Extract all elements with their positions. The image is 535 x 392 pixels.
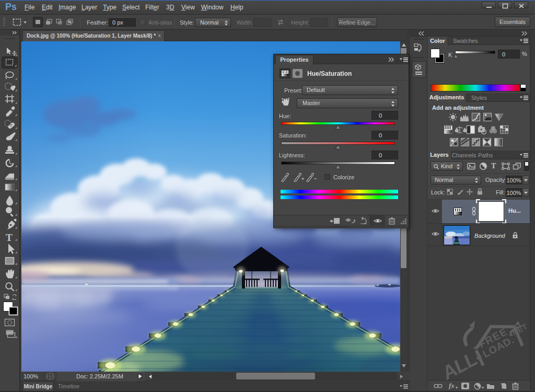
svg-text:T: T (6, 232, 13, 243)
